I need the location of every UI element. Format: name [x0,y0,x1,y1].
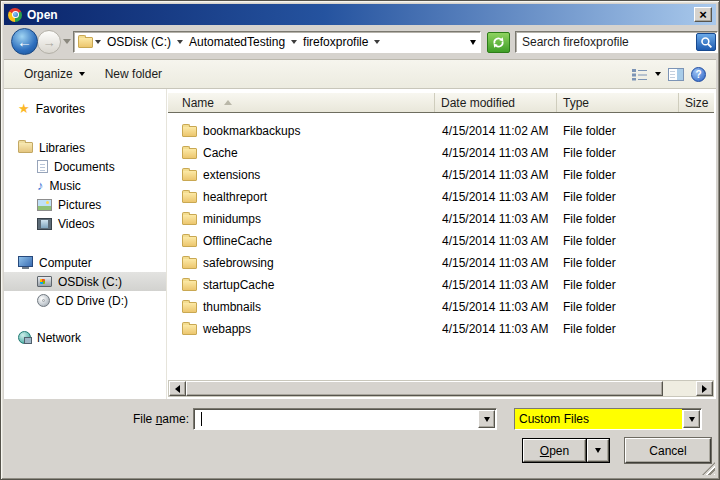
table-row[interactable]: thumbnails 4/15/2014 11:03 AM File folde… [168,296,714,318]
scroll-left-button[interactable] [169,381,186,396]
organize-menu[interactable]: Organize [14,63,95,85]
search-box[interactable]: Search firefoxprofile [515,31,718,53]
breadcrumb-item-firefoxprofile[interactable]: firefoxprofile [299,35,372,49]
table-row[interactable]: extensions 4/15/2014 11:03 AM File folde… [168,164,714,186]
table-row[interactable]: safebrowsing 4/15/2014 11:03 AM File fol… [168,252,714,274]
table-row[interactable]: minidumps 4/15/2014 11:03 AM File folder [168,208,714,230]
address-bar[interactable]: OSDisk (C:) AutomatedTesting firefoxprof… [73,31,481,53]
file-name-dropdown-button[interactable] [478,410,495,428]
file-type: File folder [557,168,679,182]
sidebar-item-label: Music [50,179,81,193]
sidebar-item-label: OSDisk (C:) [58,275,122,289]
file-list: Name Date modified Type Size bookmarkbac… [168,89,716,399]
column-header-size[interactable]: Size [679,93,714,112]
file-rows: bookmarkbackups 4/15/2014 11:02 AM File … [168,114,714,340]
sidebar-item-computer[interactable]: Computer [4,253,166,272]
table-row[interactable]: bookmarkbackups 4/15/2014 11:02 AM File … [168,120,714,142]
breadcrumb-arrow-icon[interactable] [374,40,380,44]
sidebar-item-favorites[interactable]: ★ Favorites [4,99,166,118]
forward-button[interactable]: → [37,30,61,54]
sidebar-item-label: Documents [54,160,115,174]
file-name: safebrowsing [203,256,274,270]
breadcrumb-arrow-icon[interactable] [291,40,297,44]
folder-icon [182,214,197,225]
sidebar-item-label: Videos [58,217,94,231]
breadcrumb-arrow-icon[interactable] [177,40,183,44]
search-input[interactable]: Search firefoxprofile [516,35,696,49]
column-label: Type [563,96,589,110]
column-header-date-modified[interactable]: Date modified [435,93,557,112]
title-bar: Open × [4,4,716,25]
views-icon[interactable] [631,68,648,81]
open-dropdown-button[interactable] [587,439,609,462]
file-name: minidumps [203,212,261,226]
sidebar-item-libraries[interactable]: Libraries [4,138,166,157]
navigation-row: ← → OSDisk (C:) AutomatedTesting firefox… [4,25,716,59]
folder-icon [182,280,197,291]
help-icon[interactable]: ? [691,67,706,82]
file-type: File folder [557,256,679,270]
file-name: healthreport [203,190,267,204]
close-button[interactable]: × [694,7,712,22]
table-row[interactable]: webapps 4/15/2014 11:03 AM File folder [168,318,714,340]
column-header-name[interactable]: Name [168,93,435,112]
sidebar-gap [4,233,166,253]
open-button[interactable]: Open [523,439,586,462]
scrollbar-thumb[interactable] [186,381,663,396]
file-type: File folder [557,124,679,138]
views-dropdown-icon[interactable] [655,72,661,76]
close-icon: × [699,8,707,21]
table-row[interactable]: startupCache 4/15/2014 11:03 AM File fol… [168,274,714,296]
sidebar-item-network[interactable]: Network [4,328,166,347]
file-name: thumbnails [203,300,261,314]
folder-icon [182,236,197,247]
scroll-right-button[interactable] [696,381,713,396]
table-row[interactable]: OfflineCache 4/15/2014 11:03 AM File fol… [168,230,714,252]
file-name: Cache [203,146,238,160]
new-folder-button[interactable]: New folder [95,63,172,85]
file-type-combo[interactable]: Custom Files [514,408,702,430]
sidebar-item-cd-drive[interactable]: CD Drive (D:) [4,291,166,310]
breadcrumb-item-osdisk[interactable]: OSDisk (C:) [103,35,175,49]
label-text: File [133,412,156,426]
folder-icon [182,126,197,137]
sidebar-item-documents[interactable]: Documents [4,157,166,176]
file-name: OfflineCache [203,234,272,248]
chevron-down-icon [484,417,490,422]
file-type-value: Custom Files [515,409,682,429]
file-date: 4/15/2014 11:03 AM [435,190,557,204]
cancel-button[interactable]: Cancel [625,438,711,463]
sidebar-item-music[interactable]: ♪ Music [4,176,166,195]
sidebar-item-osdisk[interactable]: OSDisk (C:) [4,272,166,291]
refresh-button[interactable] [487,32,510,53]
file-type-dropdown-button[interactable] [683,410,700,428]
text-caret [201,412,202,426]
horizontal-scrollbar[interactable] [168,380,714,397]
forward-arrow-icon: → [43,35,56,50]
preview-pane-icon[interactable] [668,68,684,81]
file-name-combo [193,408,497,430]
column-header-type[interactable]: Type [557,93,679,112]
sidebar-item-videos[interactable]: Videos [4,214,166,233]
sidebar-item-pictures[interactable]: Pictures [4,195,166,214]
file-date: 4/15/2014 11:03 AM [435,278,557,292]
recent-pages-dropdown[interactable] [63,39,71,44]
cd-icon [37,294,50,307]
file-type: File folder [557,234,679,248]
search-button[interactable] [696,33,716,51]
file-name: extensions [203,168,260,182]
breadcrumb-item-automatedtesting[interactable]: AutomatedTesting [185,35,289,49]
breadcrumb-arrow-icon[interactable] [95,40,101,44]
address-history-dropdown[interactable] [470,40,476,45]
column-label: Size [685,96,708,110]
toolbar: Organize New folder ? [4,59,716,89]
file-type: File folder [557,300,679,314]
table-row[interactable]: healthreport 4/15/2014 11:03 AM File fol… [168,186,714,208]
resize-grip[interactable] [702,462,715,475]
table-row[interactable]: Cache 4/15/2014 11:03 AM File folder [168,142,714,164]
libraries-icon [18,142,33,153]
back-button[interactable]: ← [11,28,38,55]
scrollbar-track[interactable] [663,381,696,396]
file-name-input[interactable] [194,409,477,429]
chevron-down-icon [689,417,695,422]
